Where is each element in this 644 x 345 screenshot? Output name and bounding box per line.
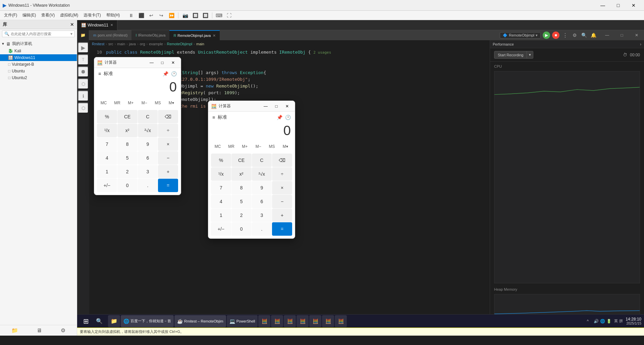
ide-tab-pom[interactable]: m pom.xml (Rmitest) [89,30,131,40]
calc-3-1[interactable]: 3 [138,165,158,178]
calc-1-2[interactable]: 1 [211,209,231,222]
calc-ms-2[interactable]: MS [265,142,278,151]
menu-edit[interactable]: 编辑(E) [20,11,39,19]
sidebar-item-windows11[interactable]: 🪟 Windows11 [0,54,77,61]
sidebar-icon-btn1[interactable]: 📁 [11,327,18,334]
taskbar-fileexplorer[interactable]: 📁 [108,315,120,327]
calc-menu-icon-2[interactable]: ≡ [212,115,215,120]
calc-backspace-1[interactable]: ⌫ [158,110,178,123]
performance-expand-icon[interactable]: › [640,42,641,47]
vm-screen[interactable]: 📁 m pom.xml (Rmitest) I IRemoteObj.java … [77,30,644,328]
calc-6-1[interactable]: 6 [138,151,158,165]
calc-mplus-1[interactable]: M+ [124,99,138,107]
calc-mc-1[interactable]: MC [97,99,110,107]
ide-close-button[interactable]: ✕ [629,30,644,40]
calc-mv-2[interactable]: M▾ [279,142,292,151]
calc-divide-1[interactable]: ÷ [158,124,178,137]
taskbar-calc1[interactable]: 🧮 [258,315,270,327]
sidebar-close-button[interactable]: ✕ [70,22,74,27]
tray-chevron[interactable]: ^ [583,317,592,326]
calc-4-2[interactable]: 4 [211,195,231,208]
calc-plus-1[interactable]: + [158,165,178,178]
calc-c-1[interactable]: C [138,110,158,123]
tab-close-icon[interactable]: ✕ [213,34,216,38]
sidebar-item-mycomputer[interactable]: ▼ 🖥 我的计算机 [0,40,77,48]
taskbar-edge[interactable]: 🌐 百度一下，你就知道－首 [121,315,174,327]
taskbar-calc4[interactable]: 🧮 [297,315,309,327]
taskbar-search[interactable]: 🔍 [93,315,105,327]
toolbar-snapshot2[interactable]: 🔲 [191,12,200,19]
sidebar-item-vulntarget[interactable]: □ Vulntarget-B [0,61,77,68]
calc-5-1[interactable]: 5 [117,151,138,165]
calc-8-2[interactable]: 8 [231,181,252,194]
calc-close-2[interactable]: ✕ [282,103,292,110]
calc-5-2[interactable]: 5 [231,195,252,208]
calc-maximize-2[interactable]: □ [271,103,281,110]
taskbar-powershell[interactable]: 💻 PowerShell [227,315,258,327]
toolbar-fullscreen[interactable]: ⛶ [224,12,234,19]
notifications-icon[interactable]: 🔔 [590,32,597,39]
calc-pin-icon-2[interactable]: 📌 [277,115,282,120]
calc-minimize-1[interactable]: — [147,59,157,66]
rail-text-icon[interactable]: T [78,54,89,65]
calc-8-1[interactable]: 8 [117,137,138,151]
toolbar-snapshot3[interactable]: 🔲 [201,12,210,19]
calc-ce-1[interactable]: CE [117,110,138,123]
calc-1-1[interactable]: 1 [97,165,117,178]
calc-2-1[interactable]: 2 [117,165,138,178]
minimize-button[interactable]: — [595,0,610,11]
ide-tab-remoteobjimpl[interactable]: R RemoteObjimpl.java ✕ [169,30,220,40]
calc-percent-1[interactable]: % [97,110,117,123]
calc-plus-2[interactable]: + [272,209,292,222]
calc-history-icon-2[interactable]: 🕐 [285,115,291,120]
calc-mc-2[interactable]: MC [211,142,224,151]
calc-history-icon-1[interactable]: 🕐 [171,71,177,76]
calc-reciprocal-2[interactable]: ¹/x [211,167,231,181]
ide-maximize-button[interactable]: □ [614,30,629,40]
calc-square-1[interactable]: x² [117,124,138,137]
calc-minimize-2[interactable]: — [261,103,271,110]
menu-file[interactable]: 文件(F) [1,11,20,19]
calc-multiply-2[interactable]: × [272,181,292,194]
calc-square-2[interactable]: x² [231,167,252,181]
calc-2-2[interactable]: 2 [231,209,252,222]
sidebar-dropdown-icon[interactable]: ▾ [70,32,72,36]
calc-0-2[interactable]: 0 [231,222,252,236]
sidebar-icon-btn2[interactable]: 🖥 [37,327,42,334]
menu-help[interactable]: 帮助(H) [104,11,123,19]
calc-reciprocal-1[interactable]: ¹/x [97,124,117,137]
rail-info-icon[interactable]: ℹ [78,91,89,101]
start-button[interactable]: ⊞ [80,315,92,327]
calc-multiply-1[interactable]: × [158,137,178,151]
calc-menu-icon-1[interactable]: ≡ [98,71,101,76]
calc-sign-1[interactable]: +/− [97,179,117,192]
sidebar-item-ubuntu2[interactable]: □ Ubuntu2 [0,74,77,81]
ide-minimize-button[interactable]: — [600,30,614,40]
rail-network-icon[interactable]: ⬡ [78,78,89,89]
calc-maximize-1[interactable]: □ [157,59,167,66]
settings-icon[interactable]: ⚙ [571,32,578,39]
calc-6-2[interactable]: 6 [252,195,272,208]
rail-record-icon[interactable]: ⏺ [78,66,89,77]
calc-3-2[interactable]: 3 [252,209,272,222]
taskbar-calc6[interactable]: 🧮 [322,315,334,327]
calc-equals-1[interactable]: = [158,179,178,192]
calc-ce-2[interactable]: CE [231,154,252,167]
calc-dot-1[interactable]: . [138,179,158,192]
toolbar-pause-icon[interactable]: ⏸ [126,12,136,19]
calc-mr-2[interactable]: MR [224,142,238,151]
calc-mminus-2[interactable]: M− [252,142,265,151]
toolbar-btn2[interactable]: ⬛ [137,12,146,19]
sidebar-search-input[interactable] [11,32,70,36]
calc-9-1[interactable]: 9 [138,137,158,151]
calc-minus-2[interactable]: − [272,195,292,208]
toolbar-terminal[interactable]: ⌨ [214,12,224,19]
calc-backspace-2[interactable]: ⌫ [272,154,292,167]
taskbar-calc5[interactable]: 🧮 [309,315,321,327]
close-button[interactable]: ✕ [626,0,641,11]
taskbar-idea[interactable]: ☕ Rmitest – RemoteObjim [174,315,226,327]
calc-pin-icon-1[interactable]: 📌 [163,71,168,76]
calc-mplus-2[interactable]: M+ [238,142,252,151]
more-options-icon[interactable]: ⋮ [561,32,569,39]
run-button[interactable]: ▶ [543,32,550,39]
